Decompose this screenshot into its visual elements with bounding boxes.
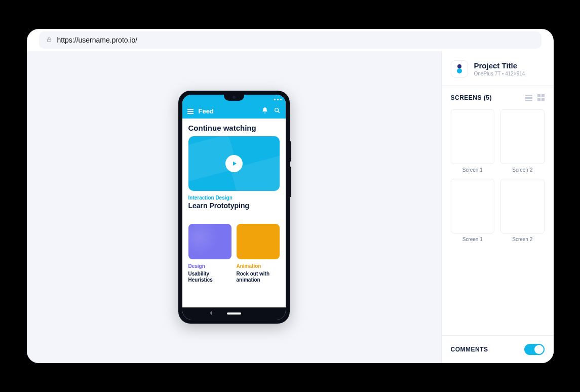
svg-point-1 bbox=[275, 108, 278, 112]
screen-thumb bbox=[451, 179, 495, 233]
comments-heading: COMMENTS bbox=[451, 346, 488, 353]
screen-thumb bbox=[500, 109, 545, 164]
list-view-icon[interactable] bbox=[525, 94, 532, 101]
url-bar: https://username.proto.io/ bbox=[27, 29, 554, 51]
phone-side-button bbox=[290, 141, 291, 162]
phone-notch bbox=[224, 94, 244, 101]
svg-rect-11 bbox=[542, 98, 545, 101]
hero-title: Learn Prototyping bbox=[188, 202, 280, 210]
card-thumb bbox=[188, 224, 231, 259]
card-title: Usability Heuristics bbox=[188, 271, 231, 283]
course-card[interactable]: Design Usability Heuristics bbox=[188, 224, 231, 283]
prototype-canvas: Feed Continue watching bbox=[27, 51, 441, 363]
screen-item[interactable]: Screen 1 bbox=[451, 109, 495, 173]
svg-line-2 bbox=[278, 111, 279, 113]
comments-toggle[interactable] bbox=[524, 344, 545, 355]
card-title: Rock out with animation bbox=[237, 271, 280, 283]
hamburger-icon[interactable] bbox=[187, 109, 194, 114]
project-meta: OnePlus 7T • 412×914 bbox=[474, 71, 525, 76]
phone-side-button bbox=[290, 167, 291, 197]
project-header: Project Title OnePlus 7T • 412×914 bbox=[442, 51, 554, 86]
app-frame: https://username.proto.io/ Feed bbox=[27, 29, 554, 363]
screen-item[interactable]: Screen 2 bbox=[500, 109, 545, 173]
card-thumb bbox=[237, 224, 280, 259]
screen-item[interactable]: Screen 1 bbox=[451, 179, 495, 242]
url-pill[interactable]: https://username.proto.io/ bbox=[39, 31, 542, 49]
screen-label: Screen 2 bbox=[500, 167, 545, 173]
screens-header: SCREENS (5) bbox=[442, 86, 554, 104]
view-toggle bbox=[525, 94, 545, 101]
play-icon[interactable] bbox=[225, 155, 243, 172]
card-category: Animation bbox=[237, 263, 280, 269]
device-frame: Feed Continue watching bbox=[178, 91, 290, 324]
back-icon[interactable] bbox=[209, 310, 214, 317]
card-category: Design bbox=[188, 263, 231, 269]
phone-nav-dock bbox=[182, 307, 286, 320]
card-row: Design Usability Heuristics Animation Ro… bbox=[188, 224, 280, 283]
screens-grid: Screen 1 Screen 2 Screen 1 Screen 2 bbox=[442, 104, 554, 247]
svg-rect-7 bbox=[525, 100, 532, 101]
home-pill[interactable] bbox=[227, 312, 241, 315]
svg-point-3 bbox=[457, 64, 461, 68]
svg-rect-5 bbox=[525, 95, 532, 96]
svg-rect-0 bbox=[47, 40, 51, 42]
screen-label: Screen 1 bbox=[451, 237, 495, 242]
project-logo bbox=[451, 60, 468, 77]
screen-item[interactable]: Screen 2 bbox=[500, 179, 545, 242]
svg-rect-10 bbox=[537, 98, 540, 101]
svg-rect-6 bbox=[525, 97, 532, 99]
side-panel: Project Title OnePlus 7T • 412×914 SCREE… bbox=[441, 51, 554, 363]
continue-watching-heading: Continue watching bbox=[188, 124, 280, 132]
appbar-title: Feed bbox=[199, 107, 214, 115]
screen-label: Screen 1 bbox=[451, 167, 495, 173]
lock-icon bbox=[46, 36, 52, 44]
svg-rect-8 bbox=[537, 94, 540, 97]
url-text: https://username.proto.io/ bbox=[57, 36, 138, 44]
hero-video-card[interactable] bbox=[188, 136, 280, 191]
grid-view-icon[interactable] bbox=[537, 94, 545, 101]
phone-content: Continue watching Interaction Design Lea… bbox=[182, 119, 286, 288]
course-card[interactable]: Animation Rock out with animation bbox=[237, 224, 280, 283]
search-icon[interactable] bbox=[274, 107, 281, 115]
screen-thumb bbox=[500, 179, 545, 233]
svg-point-4 bbox=[457, 68, 462, 73]
hero-category: Interaction Design bbox=[188, 195, 280, 201]
svg-rect-9 bbox=[542, 94, 545, 97]
phone-appbar: Feed bbox=[182, 104, 286, 119]
phone-screen: Feed Continue watching bbox=[182, 95, 286, 320]
project-title: Project Title bbox=[474, 61, 525, 70]
screen-label: Screen 2 bbox=[500, 237, 545, 242]
screen-thumb bbox=[451, 109, 495, 164]
main-area: Feed Continue watching bbox=[27, 51, 554, 363]
screens-heading: SCREENS (5) bbox=[451, 94, 492, 101]
bell-icon[interactable] bbox=[261, 107, 268, 115]
comments-section: COMMENTS bbox=[442, 335, 554, 363]
